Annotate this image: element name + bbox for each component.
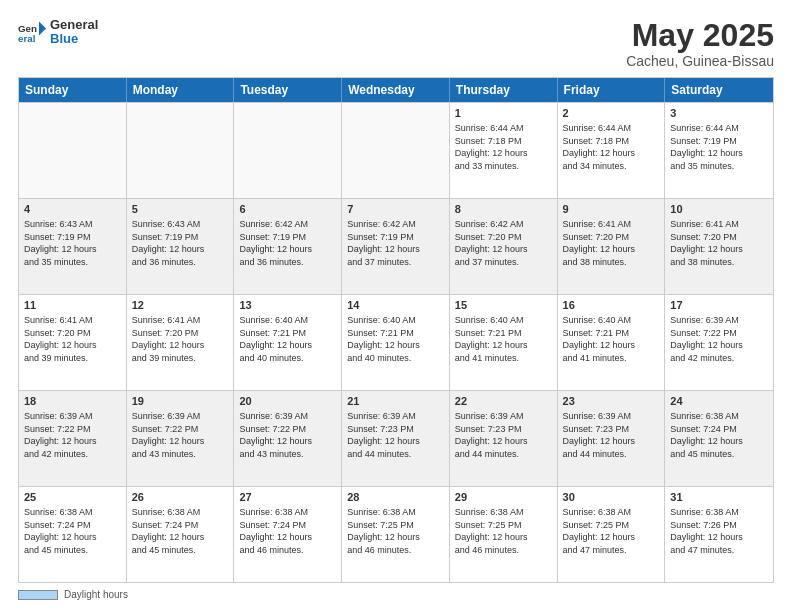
day-number: 24	[670, 394, 768, 409]
day-header-thursday: Thursday	[450, 78, 558, 102]
day-number: 11	[24, 298, 121, 313]
day-info: Sunrise: 6:41 AM Sunset: 7:20 PM Dayligh…	[670, 218, 768, 268]
page: Gen eral General Blue May 2025 Cacheu, G…	[0, 0, 792, 612]
footer-label: Daylight hours	[64, 589, 128, 600]
day-info: Sunrise: 6:38 AM Sunset: 7:25 PM Dayligh…	[347, 506, 444, 556]
day-cell: 5Sunrise: 6:43 AM Sunset: 7:19 PM Daylig…	[127, 199, 235, 294]
day-header-sunday: Sunday	[19, 78, 127, 102]
day-info: Sunrise: 6:40 AM Sunset: 7:21 PM Dayligh…	[347, 314, 444, 364]
day-cell: 4Sunrise: 6:43 AM Sunset: 7:19 PM Daylig…	[19, 199, 127, 294]
day-cell: 28Sunrise: 6:38 AM Sunset: 7:25 PM Dayli…	[342, 487, 450, 582]
day-number: 19	[132, 394, 229, 409]
day-cell: 19Sunrise: 6:39 AM Sunset: 7:22 PM Dayli…	[127, 391, 235, 486]
day-cell: 8Sunrise: 6:42 AM Sunset: 7:20 PM Daylig…	[450, 199, 558, 294]
day-cell: 23Sunrise: 6:39 AM Sunset: 7:23 PM Dayli…	[558, 391, 666, 486]
day-info: Sunrise: 6:41 AM Sunset: 7:20 PM Dayligh…	[563, 218, 660, 268]
day-number: 15	[455, 298, 552, 313]
day-number: 1	[455, 106, 552, 121]
day-header-friday: Friday	[558, 78, 666, 102]
day-info: Sunrise: 6:39 AM Sunset: 7:22 PM Dayligh…	[132, 410, 229, 460]
day-cell	[342, 103, 450, 198]
day-info: Sunrise: 6:38 AM Sunset: 7:24 PM Dayligh…	[132, 506, 229, 556]
day-info: Sunrise: 6:39 AM Sunset: 7:22 PM Dayligh…	[24, 410, 121, 460]
day-info: Sunrise: 6:42 AM Sunset: 7:20 PM Dayligh…	[455, 218, 552, 268]
day-cell: 14Sunrise: 6:40 AM Sunset: 7:21 PM Dayli…	[342, 295, 450, 390]
day-info: Sunrise: 6:38 AM Sunset: 7:24 PM Dayligh…	[670, 410, 768, 460]
day-number: 2	[563, 106, 660, 121]
footer: Daylight hours	[18, 589, 774, 600]
calendar-body: 1Sunrise: 6:44 AM Sunset: 7:18 PM Daylig…	[19, 102, 773, 582]
day-number: 20	[239, 394, 336, 409]
day-number: 3	[670, 106, 768, 121]
day-cell: 2Sunrise: 6:44 AM Sunset: 7:18 PM Daylig…	[558, 103, 666, 198]
day-cell: 11Sunrise: 6:41 AM Sunset: 7:20 PM Dayli…	[19, 295, 127, 390]
day-info: Sunrise: 6:42 AM Sunset: 7:19 PM Dayligh…	[239, 218, 336, 268]
day-cell: 29Sunrise: 6:38 AM Sunset: 7:25 PM Dayli…	[450, 487, 558, 582]
day-cell: 24Sunrise: 6:38 AM Sunset: 7:24 PM Dayli…	[665, 391, 773, 486]
day-info: Sunrise: 6:43 AM Sunset: 7:19 PM Dayligh…	[132, 218, 229, 268]
main-title: May 2025	[626, 18, 774, 53]
day-headers: SundayMondayTuesdayWednesdayThursdayFrid…	[19, 78, 773, 102]
week-row-2: 11Sunrise: 6:41 AM Sunset: 7:20 PM Dayli…	[19, 294, 773, 390]
day-info: Sunrise: 6:41 AM Sunset: 7:20 PM Dayligh…	[132, 314, 229, 364]
svg-text:eral: eral	[18, 33, 36, 44]
day-info: Sunrise: 6:41 AM Sunset: 7:20 PM Dayligh…	[24, 314, 121, 364]
day-number: 12	[132, 298, 229, 313]
day-info: Sunrise: 6:40 AM Sunset: 7:21 PM Dayligh…	[563, 314, 660, 364]
day-number: 17	[670, 298, 768, 313]
day-info: Sunrise: 6:38 AM Sunset: 7:24 PM Dayligh…	[239, 506, 336, 556]
day-info: Sunrise: 6:44 AM Sunset: 7:18 PM Dayligh…	[455, 122, 552, 172]
day-cell: 9Sunrise: 6:41 AM Sunset: 7:20 PM Daylig…	[558, 199, 666, 294]
day-header-monday: Monday	[127, 78, 235, 102]
day-info: Sunrise: 6:39 AM Sunset: 7:23 PM Dayligh…	[563, 410, 660, 460]
day-cell: 3Sunrise: 6:44 AM Sunset: 7:19 PM Daylig…	[665, 103, 773, 198]
day-info: Sunrise: 6:38 AM Sunset: 7:25 PM Dayligh…	[455, 506, 552, 556]
day-info: Sunrise: 6:40 AM Sunset: 7:21 PM Dayligh…	[239, 314, 336, 364]
day-number: 7	[347, 202, 444, 217]
day-cell	[234, 103, 342, 198]
day-info: Sunrise: 6:39 AM Sunset: 7:22 PM Dayligh…	[670, 314, 768, 364]
day-info: Sunrise: 6:39 AM Sunset: 7:22 PM Dayligh…	[239, 410, 336, 460]
day-cell	[127, 103, 235, 198]
day-number: 26	[132, 490, 229, 505]
week-row-1: 4Sunrise: 6:43 AM Sunset: 7:19 PM Daylig…	[19, 198, 773, 294]
day-info: Sunrise: 6:38 AM Sunset: 7:25 PM Dayligh…	[563, 506, 660, 556]
day-number: 5	[132, 202, 229, 217]
day-cell: 20Sunrise: 6:39 AM Sunset: 7:22 PM Dayli…	[234, 391, 342, 486]
day-header-saturday: Saturday	[665, 78, 773, 102]
day-header-wednesday: Wednesday	[342, 78, 450, 102]
day-number: 29	[455, 490, 552, 505]
day-cell: 18Sunrise: 6:39 AM Sunset: 7:22 PM Dayli…	[19, 391, 127, 486]
day-number: 21	[347, 394, 444, 409]
day-info: Sunrise: 6:38 AM Sunset: 7:26 PM Dayligh…	[670, 506, 768, 556]
week-row-0: 1Sunrise: 6:44 AM Sunset: 7:18 PM Daylig…	[19, 102, 773, 198]
day-number: 25	[24, 490, 121, 505]
day-cell: 26Sunrise: 6:38 AM Sunset: 7:24 PM Dayli…	[127, 487, 235, 582]
footer-bar	[18, 590, 58, 600]
day-cell: 21Sunrise: 6:39 AM Sunset: 7:23 PM Dayli…	[342, 391, 450, 486]
day-number: 23	[563, 394, 660, 409]
day-number: 27	[239, 490, 336, 505]
day-info: Sunrise: 6:44 AM Sunset: 7:19 PM Dayligh…	[670, 122, 768, 172]
day-cell: 16Sunrise: 6:40 AM Sunset: 7:21 PM Dayli…	[558, 295, 666, 390]
day-number: 4	[24, 202, 121, 217]
day-number: 9	[563, 202, 660, 217]
day-number: 28	[347, 490, 444, 505]
day-number: 14	[347, 298, 444, 313]
day-cell: 17Sunrise: 6:39 AM Sunset: 7:22 PM Dayli…	[665, 295, 773, 390]
logo-icon: Gen eral	[18, 18, 46, 46]
day-cell: 12Sunrise: 6:41 AM Sunset: 7:20 PM Dayli…	[127, 295, 235, 390]
day-number: 18	[24, 394, 121, 409]
day-number: 6	[239, 202, 336, 217]
day-cell: 31Sunrise: 6:38 AM Sunset: 7:26 PM Dayli…	[665, 487, 773, 582]
header: Gen eral General Blue May 2025 Cacheu, G…	[18, 18, 774, 69]
day-info: Sunrise: 6:43 AM Sunset: 7:19 PM Dayligh…	[24, 218, 121, 268]
day-header-tuesday: Tuesday	[234, 78, 342, 102]
day-number: 31	[670, 490, 768, 505]
calendar: SundayMondayTuesdayWednesdayThursdayFrid…	[18, 77, 774, 583]
svg-marker-2	[39, 22, 46, 36]
day-cell: 22Sunrise: 6:39 AM Sunset: 7:23 PM Dayli…	[450, 391, 558, 486]
day-info: Sunrise: 6:39 AM Sunset: 7:23 PM Dayligh…	[455, 410, 552, 460]
day-number: 8	[455, 202, 552, 217]
day-number: 22	[455, 394, 552, 409]
